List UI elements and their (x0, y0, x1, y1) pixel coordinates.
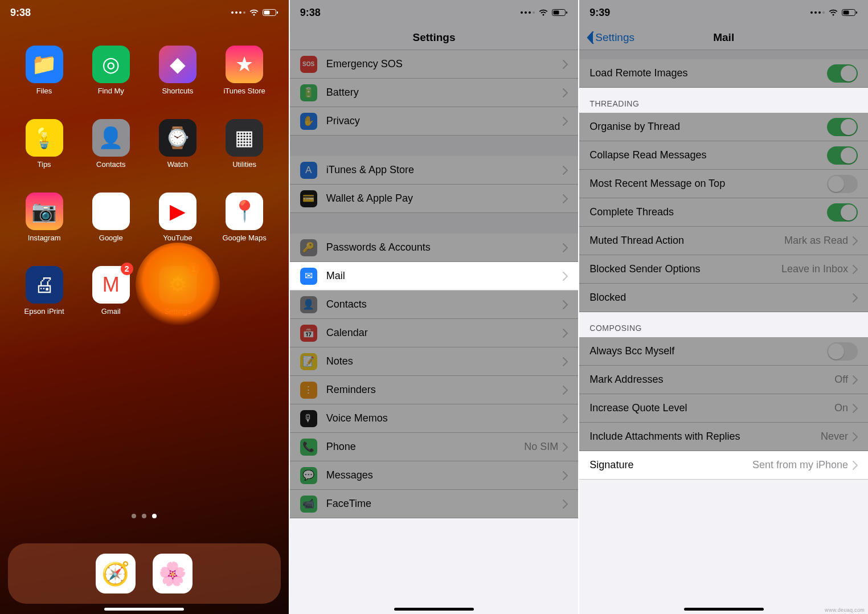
row-label: Battery (326, 87, 563, 99)
settings-row-notes[interactable]: 📝Notes (290, 347, 579, 376)
home-indicator (684, 608, 764, 611)
mail-row-blocked[interactable]: Blocked (579, 284, 868, 312)
settings-row-wallet-apple-pay[interactable]: 💳Wallet & Apple Pay (290, 185, 579, 213)
app-utilities[interactable]: ▦Utilities (214, 119, 275, 169)
mail-row-mark-addresses[interactable]: Mark AddressesOff (579, 366, 868, 394)
app-icon: 🖨 (26, 266, 63, 304)
mail-row-load-remote-images[interactable]: Load Remote Images (579, 59, 868, 88)
row-icon: 🎙 (300, 410, 317, 427)
chevron-right-icon (853, 461, 858, 470)
status-bar: 9:38 (290, 0, 579, 25)
settings-row-contacts[interactable]: 👤Contacts (290, 290, 579, 319)
settings-row-facetime[interactable]: 📹FaceTime (290, 490, 579, 518)
app-contacts[interactable]: 👤Contacts (80, 119, 141, 169)
settings-row-calendar[interactable]: 📅Calendar (290, 319, 579, 347)
settings-row-itunes-app-store[interactable]: AiTunes & App Store (290, 156, 579, 185)
chevron-right-icon (853, 236, 858, 245)
app-icon: ▶ (159, 193, 196, 230)
app-epson-iprint[interactable]: 🖨Epson iPrint (14, 266, 75, 316)
status-bar: 9:39 (579, 0, 868, 25)
chevron-right-icon (563, 272, 568, 281)
app-youtube[interactable]: ▶YouTube (147, 193, 208, 242)
app-label: Tips (38, 160, 51, 169)
svg-rect-7 (844, 11, 849, 15)
settings-row-reminders[interactable]: ⋮Reminders (290, 376, 579, 404)
wifi-icon (828, 9, 838, 17)
app-google-maps[interactable]: 📍Google Maps (214, 193, 275, 242)
toggle[interactable] (827, 146, 858, 165)
settings-row-messages[interactable]: 💬Messages (290, 461, 579, 490)
row-label: Passwords & Accounts (326, 241, 563, 253)
app-label: Gmail (101, 307, 121, 316)
home-indicator (394, 608, 474, 611)
section-header: COMPOSING (579, 312, 868, 337)
chevron-right-icon (563, 471, 568, 480)
mail-row-most-recent-message-on-top[interactable]: Most Recent Message on Top (579, 170, 868, 198)
settings-row-voice-memos[interactable]: 🎙Voice Memos (290, 404, 579, 433)
row-label: Increase Quote Level (589, 402, 834, 414)
row-label: Messages (326, 469, 563, 481)
dock-app-safari[interactable]: 🧭 (96, 554, 136, 593)
badge: 1 (187, 263, 200, 275)
mail-row-blocked-sender-options[interactable]: Blocked Sender OptionsLeave in Inbox (579, 255, 868, 284)
app-watch[interactable]: ⌚Watch (147, 119, 208, 169)
row-label: Mail (326, 270, 563, 282)
app-instagram[interactable]: 📷Instagram (14, 193, 75, 242)
navbar-title: Mail (713, 31, 734, 44)
app-icon: ⚙1 (159, 266, 196, 304)
settings-list-screen: 9:38 Settings SOSEmergency SOS🔋Battery✋P… (290, 0, 579, 614)
row-label: Calendar (326, 327, 563, 339)
settings-row-mail[interactable]: ✉Mail (290, 262, 579, 290)
status-bar: 9:38 (0, 0, 289, 25)
mail-row-complete-threads[interactable]: Complete Threads (579, 198, 868, 227)
dock-app-photos[interactable]: 🌸 (153, 554, 193, 593)
app-files[interactable]: 📁Files (14, 46, 75, 95)
app-gmail[interactable]: M2Gmail (80, 266, 141, 316)
chevron-right-icon (563, 357, 568, 366)
chevron-right-icon (563, 194, 568, 203)
mail-row-increase-quote-level[interactable]: Increase Quote LevelOn (579, 394, 868, 423)
chevron-right-icon (563, 300, 568, 309)
chevron-right-icon (563, 117, 568, 126)
row-icon: 🔑 (300, 239, 317, 256)
row-icon: 📅 (300, 325, 317, 342)
app-itunes-store[interactable]: ★iTunes Store (214, 46, 275, 95)
app-tips[interactable]: 💡Tips (14, 119, 75, 169)
mail-row-include-attachments-with-replies[interactable]: Include Attachments with RepliesNever (579, 423, 868, 451)
toggle[interactable] (827, 118, 858, 136)
settings-row-battery[interactable]: 🔋Battery (290, 79, 579, 107)
app-icon: 📁 (26, 46, 63, 83)
row-detail: Mark as Read (784, 235, 848, 247)
row-icon: 📝 (300, 353, 317, 370)
settings-row-privacy[interactable]: ✋Privacy (290, 107, 579, 136)
settings-row-emergency-sos[interactable]: SOSEmergency SOS (290, 50, 579, 79)
row-label: Include Attachments with Replies (589, 431, 821, 443)
row-label: Organise by Thread (589, 121, 827, 133)
mail-row-organise-by-thread[interactable]: Organise by Thread (579, 113, 868, 141)
back-button[interactable]: Settings (586, 31, 634, 44)
row-label: Most Recent Message on Top (589, 178, 827, 190)
mail-row-signature[interactable]: SignatureSent from my iPhone (579, 451, 868, 480)
app-label: Google Maps (222, 234, 266, 242)
mail-row-collapse-read-messages[interactable]: Collapse Read Messages (579, 141, 868, 170)
app-icon: G (92, 193, 130, 230)
row-icon: ✋ (300, 113, 317, 130)
settings-row-passwords-accounts[interactable]: 🔑Passwords & Accounts (290, 234, 579, 262)
toggle[interactable] (827, 175, 858, 193)
chevron-right-icon (563, 414, 568, 423)
app-find-my[interactable]: ◎Find My (80, 46, 141, 95)
toggle[interactable] (827, 203, 858, 222)
row-icon: 💬 (300, 467, 317, 484)
app-settings[interactable]: ⚙1Settings (147, 266, 208, 316)
app-icon: 📷 (26, 193, 63, 230)
mail-row-muted-thread-action[interactable]: Muted Thread ActionMark as Read (579, 227, 868, 255)
row-label: Voice Memos (326, 412, 563, 424)
app-label: YouTube (163, 234, 192, 242)
app-shortcuts[interactable]: ◆Shortcuts (147, 46, 208, 95)
settings-row-phone[interactable]: 📞PhoneNo SIM (290, 433, 579, 461)
app-google[interactable]: GGoogle (80, 193, 141, 242)
toggle[interactable] (827, 342, 858, 361)
row-label: Always Bcc Myself (589, 345, 827, 357)
toggle[interactable] (827, 64, 858, 83)
mail-row-always-bcc-myself[interactable]: Always Bcc Myself (579, 337, 868, 366)
